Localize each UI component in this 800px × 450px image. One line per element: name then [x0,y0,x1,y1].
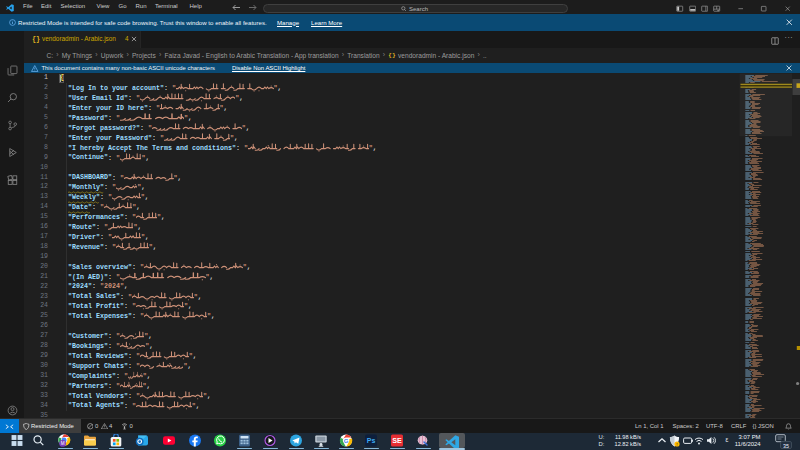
svg-text:G: G [344,438,349,444]
svg-text:M: M [61,441,65,446]
svg-text:SE: SE [392,437,402,446]
svg-text:Ps: Ps [367,437,376,444]
